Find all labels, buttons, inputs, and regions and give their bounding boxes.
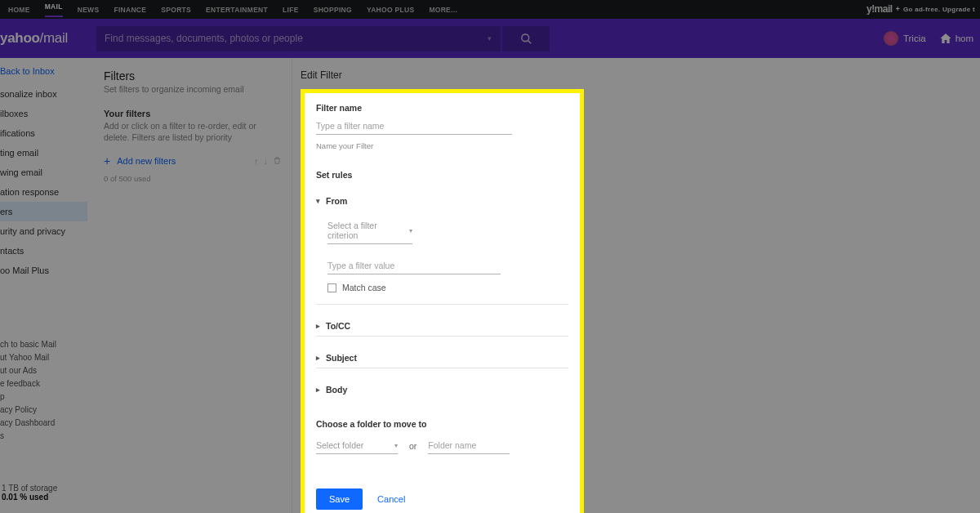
search-button[interactable] <box>502 26 550 51</box>
filter-name-hint: Name your Filter <box>316 141 568 150</box>
nav-yahoo-plus[interactable]: YAHOO PLUS <box>367 6 414 14</box>
filter-criterion-select[interactable]: Select a filter criterion ▾ <box>327 217 412 244</box>
rule-from-toggle[interactable]: ▾ From <box>316 191 568 211</box>
search-input[interactable] <box>96 33 478 44</box>
dialog-actions: Save Cancel <box>316 488 568 510</box>
foot-about-ads[interactable]: ut our Ads <box>0 364 87 377</box>
rule-from-label: From <box>326 196 347 206</box>
chevron-down-icon: ▾ <box>394 442 398 449</box>
foot-privacy-dashboard[interactable]: acy Dashboard <box>0 417 87 430</box>
chevron-right-icon: ▸ <box>316 354 326 362</box>
app-header: yahoo/mail ▾ Tricia hom <box>0 19 980 58</box>
folder-name-input[interactable] <box>428 437 510 454</box>
side-personalize[interactable]: sonalize inbox <box>0 84 87 104</box>
content: Filters Set filters to organize incoming… <box>87 58 980 513</box>
nav-shopping[interactable]: SHOPPING <box>314 6 352 14</box>
nav-news[interactable]: NEWS <box>78 6 100 14</box>
foot-about[interactable]: ut Yahoo Mail <box>0 351 87 364</box>
criterion-placeholder: Select a filter criterion <box>327 221 409 240</box>
edit-filter-dialog: Filter name Name your Filter Set rules ▾… <box>301 89 584 513</box>
settings-sidebar: Back to Inbox sonalize inbox ilboxes ifi… <box>0 58 87 513</box>
add-filter-row: + Add new filters ↑ ↓ <box>104 154 282 167</box>
back-to-inbox[interactable]: Back to Inbox <box>0 58 87 84</box>
foot-privacy[interactable]: acy Policy <box>0 404 87 417</box>
select-folder-dropdown[interactable]: Select folder ▾ <box>316 437 398 454</box>
nav-sports[interactable]: SPORTS <box>161 6 191 14</box>
rule-tocc-toggle[interactable]: ▸ To/CC <box>316 316 568 337</box>
checkbox-icon <box>327 283 336 292</box>
add-filter-link[interactable]: Add new filters <box>117 156 176 166</box>
foot-basic-mail[interactable]: ch to basic Mail <box>0 338 87 351</box>
side-yahoo-mail-plus[interactable]: oo Mail Plus <box>0 261 87 280</box>
choose-folder-label: Choose a folder to move to <box>316 419 568 429</box>
nav-life[interactable]: LIFE <box>283 6 299 14</box>
svg-line-1 <box>528 40 530 42</box>
side-filters[interactable]: ers <box>0 202 87 221</box>
your-filters-heading: Your filters <box>104 109 282 118</box>
foot-terms[interactable]: s <box>0 430 87 443</box>
search-dropdown-icon[interactable]: ▾ <box>478 34 501 42</box>
search-icon <box>520 33 532 45</box>
user-name[interactable]: Tricia <box>903 33 926 43</box>
move-up-icon[interactable]: ↑ <box>254 156 259 166</box>
set-rules-label: Set rules <box>316 170 568 180</box>
foot-help[interactable]: p <box>0 390 87 404</box>
match-case-checkbox[interactable]: Match case <box>327 283 568 292</box>
nav-home[interactable]: HOME <box>8 6 30 14</box>
svg-point-0 <box>521 33 528 41</box>
chevron-down-icon: ▾ <box>316 197 326 205</box>
filter-value-input[interactable] <box>327 257 501 274</box>
filters-heading: Filters <box>104 69 282 83</box>
storage-total: 1 TB of storage <box>2 484 57 493</box>
side-vacation-response[interactable]: ation response <box>0 182 87 202</box>
side-contacts[interactable]: ntacts <box>0 241 87 261</box>
editor-column: Edit Filter Filter name Name your Filter… <box>292 58 980 513</box>
nav-upsell[interactable]: y!mail+ Go ad-free. Upgrade t <box>866 3 975 15</box>
home-label[interactable]: hom <box>956 33 973 43</box>
rule-body-label: Body <box>326 385 347 395</box>
search-box[interactable]: ▾ <box>96 26 501 51</box>
chevron-down-icon: ▾ <box>409 227 412 234</box>
plus-icon: + <box>896 5 900 13</box>
yahoo-mail-logo[interactable]: yahoo/mail <box>0 30 91 47</box>
nav-entertainment[interactable]: ENTERTAINMENT <box>206 6 268 14</box>
select-folder-placeholder: Select folder <box>316 440 363 450</box>
filters-sub: Set filters to organize incoming email <box>104 84 282 94</box>
user-area: Tricia hom <box>884 19 973 58</box>
nav-finance[interactable]: FINANCE <box>114 6 146 14</box>
storage-used: 0.01 % used <box>2 493 57 502</box>
filter-name-label: Filter name <box>316 103 568 113</box>
logo-mail: /mail <box>40 30 68 46</box>
side-notifications[interactable]: ifications <box>0 123 87 143</box>
filters-column: Filters Set filters to organize incoming… <box>87 58 292 513</box>
cancel-button[interactable]: Cancel <box>377 494 405 504</box>
chevron-right-icon: ▸ <box>316 322 326 330</box>
nav-more[interactable]: MORE... <box>429 6 457 14</box>
storage-info: 1 TB of storage 0.01 % used <box>2 484 57 502</box>
move-down-icon[interactable]: ↓ <box>264 156 269 166</box>
home-icon[interactable] <box>939 32 952 45</box>
filter-name-input[interactable] <box>316 118 512 135</box>
upsell-text: Go ad-free. Upgrade t <box>903 6 975 13</box>
rule-tocc-label: To/CC <box>326 321 350 331</box>
side-viewing-email[interactable]: wing email <box>0 163 87 182</box>
plus-icon[interactable]: + <box>104 154 110 167</box>
editor-title: Edit Filter <box>301 69 980 81</box>
your-filters-desc: Add or click on a filter to re-order, ed… <box>104 120 282 143</box>
avatar[interactable] <box>884 31 898 46</box>
filters-counter: 0 of 500 used <box>104 174 282 183</box>
delete-icon[interactable] <box>273 156 282 167</box>
rule-subject-toggle[interactable]: ▸ Subject <box>316 348 568 368</box>
nav-mail[interactable]: MAIL <box>45 2 63 17</box>
side-mailboxes[interactable]: ilboxes <box>0 104 87 123</box>
logo-yahoo: yahoo <box>0 30 40 46</box>
chevron-right-icon: ▸ <box>316 386 326 394</box>
foot-feedback[interactable]: e feedback <box>0 377 87 390</box>
save-button[interactable]: Save <box>316 488 363 510</box>
workspace: Back to Inbox sonalize inbox ilboxes ifi… <box>0 58 980 513</box>
match-case-label: Match case <box>342 283 386 292</box>
side-security-privacy[interactable]: urity and privacy <box>0 221 87 241</box>
rule-body-toggle[interactable]: ▸ Body <box>316 380 568 399</box>
side-writing-email[interactable]: ting email <box>0 143 87 163</box>
global-nav: HOME MAIL NEWS FINANCE SPORTS ENTERTAINM… <box>0 0 980 19</box>
